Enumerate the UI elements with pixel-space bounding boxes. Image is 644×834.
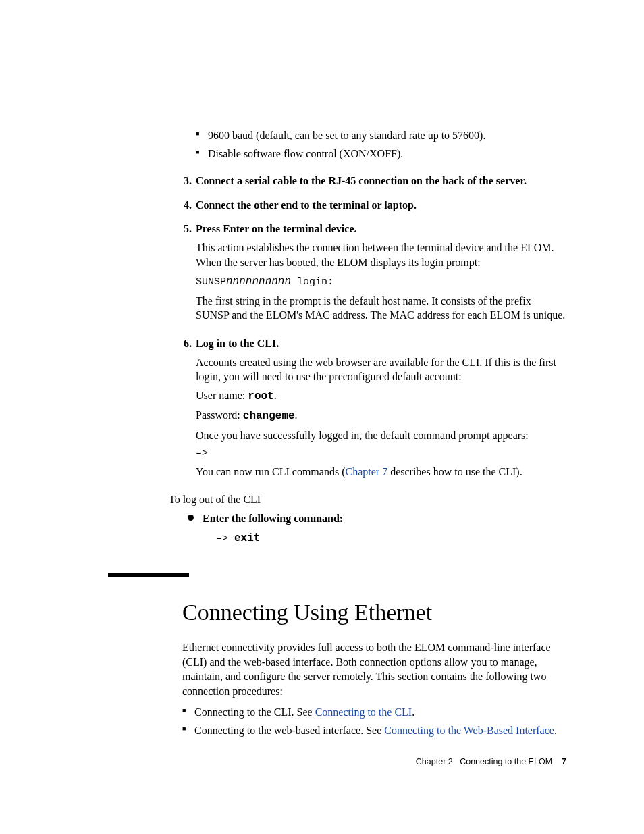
label: Password: xyxy=(196,409,243,421)
code-variable: nnnnnnnnnn xyxy=(226,276,291,288)
list-item: Connecting to the CLI. See Connecting to… xyxy=(182,705,566,720)
step-number: 4. xyxy=(177,198,192,213)
bullet-text: Connecting to the web-based interface. S… xyxy=(194,725,384,736)
list-item: Disable software flow control (XON/XOFF)… xyxy=(196,147,566,161)
ordered-steps: 3. Connect a serial cable to the RJ-45 c… xyxy=(177,174,566,483)
section-heading: Connecting Using Ethernet xyxy=(182,597,566,628)
text: describes how to use the CLI). xyxy=(387,466,522,477)
label: User name: xyxy=(196,390,248,401)
bullet-text: 9600 baud (default, can be set to any st… xyxy=(208,130,485,141)
logout-intro: To log out of the CLI xyxy=(169,492,566,507)
step-paragraph: You can now run CLI commands (Chapter 7 … xyxy=(196,465,566,479)
cross-reference-link[interactable]: Connecting to the Web-Based Interface xyxy=(384,725,554,736)
list-item: 9600 baud (default, can be set to any st… xyxy=(196,128,566,143)
step-number: 6. xyxy=(177,336,192,483)
footer-title: Connecting to the ELOM xyxy=(460,757,552,766)
step-4: 4. Connect the other end to the terminal… xyxy=(177,198,566,213)
continued-bullets: 9600 baud (default, can be set to any st… xyxy=(196,128,566,161)
code-suffix: login: xyxy=(291,276,333,288)
list-item: Enter the following command: xyxy=(188,511,566,526)
prompt-line: –> xyxy=(196,447,566,461)
page-number: 7 xyxy=(562,757,566,766)
value: root xyxy=(248,390,273,402)
page-content: 9600 baud (default, can be set to any st… xyxy=(0,0,644,738)
logout-step-list: Enter the following command: xyxy=(188,511,566,526)
list-item: Connecting to the web-based interface. S… xyxy=(182,723,566,738)
step-title: Log in to the CLI. xyxy=(196,336,566,351)
step-title: Press Enter on the terminal device. xyxy=(196,221,566,236)
credential-line: User name: root. xyxy=(196,388,566,405)
section: Connecting Using Ethernet Ethernet conne… xyxy=(182,597,566,737)
step-paragraph: This action establishes the connection b… xyxy=(196,240,566,269)
credential-line: Password: changeme. xyxy=(196,408,566,424)
bullet-text: Connecting to the CLI. See xyxy=(194,706,315,718)
step-paragraph: Once you have successfully logged in, th… xyxy=(196,428,566,443)
step-title: Connect a serial cable to the RJ-45 conn… xyxy=(196,174,566,188)
code-line: SUNSPnnnnnnnnnn login: xyxy=(196,273,566,290)
step-6: 6. Log in to the CLI. Accounts created u… xyxy=(177,336,566,483)
command: exit xyxy=(234,532,260,544)
cross-reference-link[interactable]: Chapter 7 xyxy=(345,466,387,477)
exit-command-line: –> exit xyxy=(216,530,566,546)
cross-reference-link[interactable]: Connecting to the CLI xyxy=(315,706,412,718)
page-footer: Chapter 2 Connecting to the ELOM7 xyxy=(416,757,566,766)
prompt: –> xyxy=(216,533,234,544)
value: changeme xyxy=(243,410,295,422)
section-divider xyxy=(108,573,189,577)
step-number: 5. xyxy=(177,221,192,327)
footer-chapter: Chapter 2 xyxy=(416,757,453,766)
step-3: 3. Connect a serial cable to the RJ-45 c… xyxy=(177,174,566,188)
step-5: 5. Press Enter on the terminal device. T… xyxy=(177,221,566,327)
text: You can now run CLI commands ( xyxy=(196,466,345,477)
step-number: 3. xyxy=(177,174,192,188)
section-intro: Ethernet connectivity provides full acce… xyxy=(182,640,566,698)
bullet-text: Disable software flow control (XON/XOFF)… xyxy=(208,148,403,159)
code-prefix: SUNSP xyxy=(196,276,226,288)
step-paragraph: Accounts created using the web browser a… xyxy=(196,355,566,384)
logout-step: Enter the following command: xyxy=(203,513,343,524)
step-paragraph: The first string in the prompt is the de… xyxy=(196,294,566,323)
step-title: Connect the other end to the terminal or… xyxy=(196,198,566,213)
